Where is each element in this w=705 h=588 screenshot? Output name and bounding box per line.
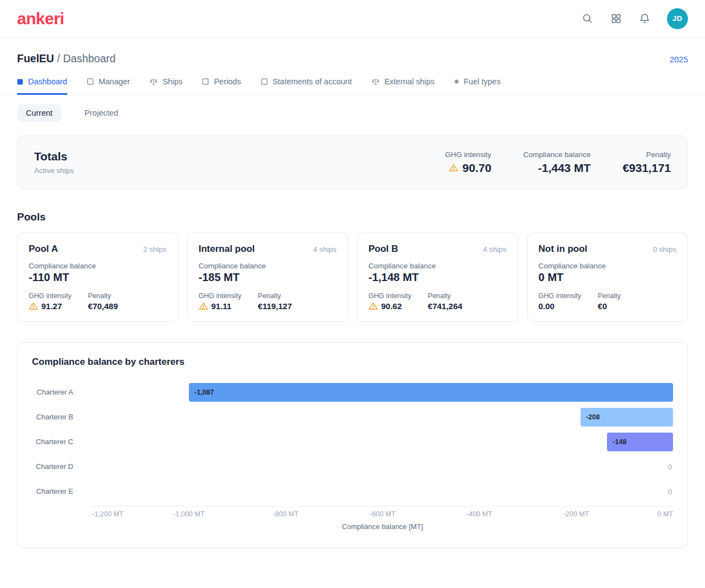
pool-ship-count: 4 ships	[483, 245, 507, 253]
tab-ships[interactable]: Ships	[150, 77, 182, 95]
header-actions: JD	[581, 8, 688, 29]
tab-label: Statements of account	[273, 77, 352, 86]
penalty-label: Penalty	[88, 292, 118, 300]
totals-title: Totals	[34, 150, 74, 163]
pool-balance-label: Compliance balance	[199, 262, 337, 270]
chart-row-charterer-e: Charterer E0	[32, 479, 673, 504]
tab-dashboard[interactable]: Dashboard	[17, 77, 67, 95]
pool-ghg-metric: GHG intensity0.00	[539, 292, 582, 311]
totals-stats: GHG intensity90.70Compliance balance-1,4…	[445, 150, 671, 175]
bar-chart: Charterer A-1,087Charterer B-208Chartere…	[32, 380, 673, 504]
ghg-value: 90.62	[381, 301, 402, 311]
breadcrumb-page: Dashboard	[63, 52, 115, 64]
chart-x-axis-label: Compliance balance [MT]	[92, 522, 673, 531]
pool-penalty-metric: Penalty€0	[598, 292, 621, 311]
bar[interactable]: -208	[581, 408, 673, 427]
stat-label: Compliance balance	[523, 150, 590, 159]
pool-ghg-metric: GHG intensity90.62	[368, 292, 411, 311]
tabs-row: DashboardManagerShipsPeriodsStatements o…	[0, 77, 705, 95]
ghg-label: GHG intensity	[29, 292, 72, 300]
square-outline-icon	[87, 78, 94, 85]
x-axis-tick: -1,000 MT	[173, 510, 204, 518]
chart-category-label: Charterer A	[32, 388, 83, 396]
year-selector[interactable]: 2025	[670, 55, 688, 64]
tab-statements-of-account[interactable]: Statements of account	[261, 77, 352, 95]
stat-label: Penalty	[622, 150, 671, 159]
chart-row-charterer-d: Charterer D0	[32, 454, 673, 479]
x-axis-tick: -600 MT	[370, 510, 395, 518]
totals-heading: Totals Active ships	[34, 150, 74, 175]
chart-row-charterer-b: Charterer B-208	[32, 404, 673, 429]
pool-ghg-metric: GHG intensity91.11	[199, 292, 242, 311]
chart-category-label: Charterer D	[32, 462, 83, 471]
tab-label: Manager	[99, 77, 130, 86]
chart-category-label: Charterer E	[32, 487, 83, 495]
toggle-option-projected[interactable]: Projected	[75, 104, 127, 122]
ghg-value: 0.00	[539, 301, 555, 311]
square-outline-icon	[202, 78, 209, 85]
tab-external-ships[interactable]: External ships	[372, 77, 435, 95]
breadcrumb-section[interactable]: FuelEU	[17, 52, 54, 64]
pool-card-pool-a[interactable]: Pool A2 shipsCompliance balance-110 MTGH…	[17, 233, 178, 322]
pool-balance-label: Compliance balance	[539, 262, 677, 270]
pool-card-pool-b[interactable]: Pool B4 shipsCompliance balance-1,148 MT…	[357, 233, 518, 322]
pool-name: Pool B	[368, 244, 398, 255]
penalty-label: Penalty	[598, 292, 621, 300]
chart-x-axis: -1,200 MT-1,000 MT-800 MT-600 MT-400 MT-…	[92, 506, 673, 519]
pool-balance-value: -1,148 MT	[368, 271, 507, 284]
penalty-value: €70,489	[88, 301, 118, 311]
bar-value-label: 0	[668, 487, 672, 495]
breadcrumb: FuelEU / Dashboard	[17, 52, 116, 65]
pools-heading: Pools	[17, 211, 688, 223]
pool-balance-label: Compliance balance	[29, 262, 167, 270]
ghg-label: GHG intensity	[199, 292, 242, 300]
chart-category-label: Charterer B	[32, 413, 83, 421]
tab-manager[interactable]: Manager	[87, 77, 130, 95]
app-header: ankeri JD	[0, 0, 705, 37]
search-icon[interactable]	[581, 13, 593, 25]
penalty-label: Penalty	[258, 292, 292, 300]
breadcrumb-separator: /	[54, 52, 63, 64]
chart-title: Compliance balance by charterers	[32, 357, 673, 368]
bar-value-label: -1,087	[194, 389, 214, 396]
pool-card-internal-pool[interactable]: Internal pool4 shipsCompliance balance-1…	[187, 233, 349, 322]
tab-periods[interactable]: Periods	[202, 77, 241, 95]
warning-icon	[368, 302, 378, 310]
stat-value: -1,443 MT	[523, 161, 590, 175]
warning-icon	[29, 302, 38, 310]
pool-name: Pool A	[29, 244, 58, 255]
chart-plot-area: -208	[83, 408, 673, 427]
penalty-value: €119,127	[258, 301, 292, 311]
pool-name: Not in pool	[539, 244, 588, 255]
balance-scale-icon	[372, 78, 379, 85]
x-axis-tick: 0 MT	[658, 510, 673, 518]
pool-ship-count: 4 ships	[313, 245, 337, 253]
stat-value: 90.70	[445, 161, 491, 175]
chart-plot-area: 0	[83, 482, 673, 501]
bar[interactable]: -148	[607, 433, 673, 451]
avatar[interactable]: JD	[667, 8, 688, 29]
x-axis-tick: -200 MT	[563, 510, 589, 518]
notifications-bell-icon[interactable]	[638, 13, 650, 25]
tab-fuel-types[interactable]: Fuel types	[454, 77, 501, 95]
pool-ship-count: 0 ships	[653, 245, 676, 253]
totals-stat-compliance-balance: Compliance balance-1,443 MT	[523, 150, 590, 175]
bar[interactable]: -1,087	[189, 383, 673, 402]
totals-subtitle: Active ships	[34, 166, 74, 175]
toggle-option-current[interactable]: Current	[17, 104, 61, 122]
tab-label: Ships	[162, 77, 182, 86]
apps-grid-icon[interactable]	[610, 13, 622, 25]
ankeri-logo[interactable]: ankeri	[17, 9, 64, 28]
stat-value: €931,171	[622, 161, 671, 175]
totals-stat-penalty: Penalty€931,171	[622, 150, 671, 175]
pool-balance-value: 0 MT	[539, 271, 677, 284]
pool-card-not-in-pool[interactable]: Not in pool0 shipsCompliance balance0 MT…	[527, 233, 688, 322]
square-filled-icon	[17, 79, 23, 85]
pool-balance-value: -110 MT	[29, 271, 167, 284]
totals-stat-ghg-intensity: GHG intensity90.70	[445, 150, 491, 175]
totals-card: Totals Active ships GHG intensity90.70Co…	[17, 136, 688, 189]
stat-label: GHG intensity	[445, 150, 491, 159]
pool-balance-value: -185 MT	[199, 271, 337, 284]
pool-penalty-metric: Penalty€70,489	[88, 292, 118, 311]
square-outline-icon	[261, 78, 268, 85]
